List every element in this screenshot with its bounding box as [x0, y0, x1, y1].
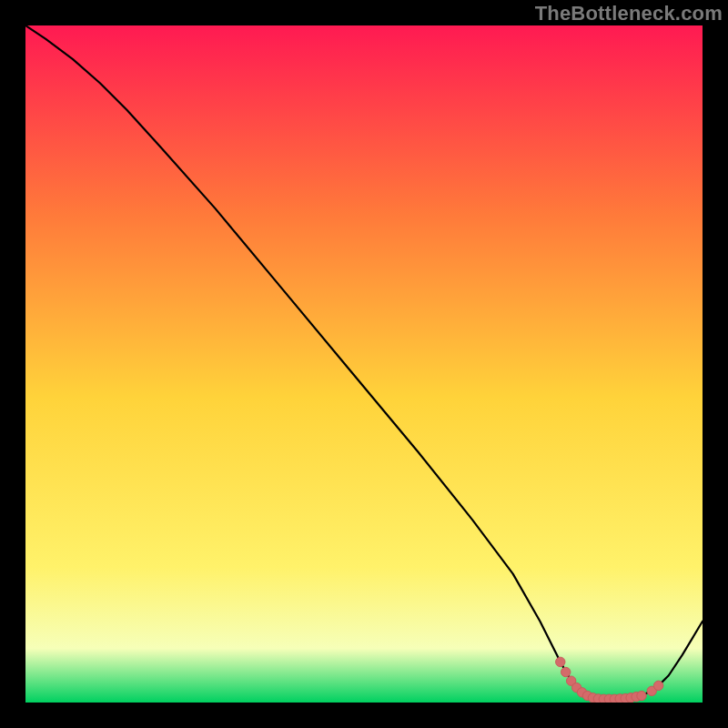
- marker-dot: [637, 691, 646, 700]
- marker-dot: [556, 657, 565, 666]
- chart-frame: TheBottleneck.com: [0, 0, 728, 728]
- chart-plot: [25, 25, 703, 703]
- chart-svg: [25, 25, 703, 703]
- gradient-background: [25, 25, 703, 703]
- watermark-label: TheBottleneck.com: [535, 2, 723, 25]
- marker-dot: [561, 667, 571, 676]
- marker-dot: [653, 681, 662, 690]
